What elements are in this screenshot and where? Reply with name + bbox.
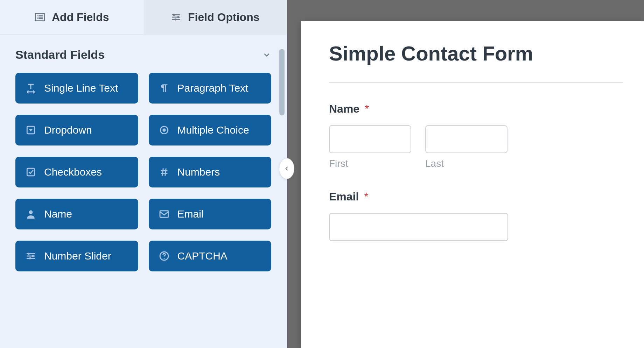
svg-rect-22 — [28, 253, 29, 255]
form-preview-card: Simple Contact Form Name * First Last Em… — [301, 21, 644, 348]
person-icon — [25, 208, 36, 220]
field-grid: Single Line Text Paragraph Text Dropdown… — [0, 73, 287, 287]
hash-icon — [159, 166, 170, 178]
name-label-text: Name — [329, 102, 359, 115]
sliders-icon — [25, 250, 36, 262]
tab-field-options-label: Field Options — [188, 11, 259, 24]
field-multiple-choice[interactable]: Multiple Choice — [149, 115, 272, 145]
field-number-slider[interactable]: Number Slider — [15, 241, 138, 271]
field-label: Name — [44, 208, 72, 220]
field-label: CAPTCHA — [177, 250, 227, 262]
svg-rect-23 — [32, 255, 34, 257]
name-field-label: Name * — [329, 102, 623, 115]
svg-rect-11 — [177, 16, 179, 18]
svg-point-26 — [163, 258, 164, 259]
field-label: Number Slider — [44, 250, 111, 262]
required-mark: * — [365, 102, 369, 115]
radio-icon — [159, 125, 170, 136]
svg-rect-10 — [173, 14, 175, 16]
email-input[interactable] — [329, 213, 508, 241]
field-email[interactable]: Email — [149, 199, 272, 229]
field-label: Paragraph Text — [177, 82, 248, 94]
first-name-input[interactable] — [329, 125, 411, 153]
svg-point-17 — [29, 210, 33, 214]
field-label: Checkboxes — [44, 166, 102, 178]
text-width-icon — [25, 83, 36, 94]
last-name-sublabel: Last — [425, 158, 507, 169]
sidebar-scrollbar[interactable] — [279, 49, 285, 115]
field-label: Dropdown — [44, 124, 92, 136]
field-paragraph-text[interactable]: Paragraph Text — [149, 73, 272, 104]
question-circle-icon — [159, 250, 170, 262]
sidebar-tabs: Add Fields Field Options — [0, 0, 287, 35]
field-checkboxes[interactable]: Checkboxes — [15, 157, 138, 187]
svg-rect-24 — [29, 257, 31, 259]
field-dropdown[interactable]: Dropdown — [15, 115, 138, 145]
first-name-sublabel: First — [329, 158, 411, 169]
checkbox-icon — [25, 166, 36, 178]
chevron-left-icon — [283, 165, 290, 172]
field-label: Multiple Choice — [177, 124, 249, 136]
field-label: Single Line Text — [44, 82, 118, 94]
tab-field-options[interactable]: Field Options — [144, 0, 287, 34]
form-list-icon — [34, 12, 46, 23]
standard-fields-header[interactable]: Standard Fields — [0, 35, 287, 73]
collapse-sidebar-button[interactable] — [279, 158, 294, 179]
email-field-label: Email * — [329, 190, 623, 203]
form-title: Simple Contact Form — [329, 42, 623, 65]
email-label-text: Email — [329, 190, 359, 203]
standard-fields-title: Standard Fields — [15, 48, 105, 62]
envelope-icon — [159, 208, 170, 220]
form-preview-area: Simple Contact Form Name * First Last Em… — [287, 0, 644, 348]
field-label: Numbers — [177, 166, 220, 178]
form-divider — [329, 82, 623, 83]
svg-point-15 — [162, 128, 166, 132]
paragraph-icon — [159, 83, 170, 94]
tab-add-fields-label: Add Fields — [52, 11, 109, 24]
svg-rect-12 — [175, 19, 176, 20]
name-inputs-row: First Last — [329, 125, 623, 169]
field-single-line-text[interactable]: Single Line Text — [15, 73, 138, 104]
required-mark: * — [364, 190, 368, 203]
field-numbers[interactable]: Numbers — [149, 157, 272, 187]
tab-add-fields[interactable]: Add Fields — [0, 0, 144, 34]
sliders-icon — [170, 12, 182, 23]
form-builder-sidebar: Add Fields Field Options Standard Fields — [0, 0, 287, 348]
dropdown-icon — [25, 125, 36, 136]
field-captcha[interactable]: CAPTCHA — [149, 241, 272, 271]
field-label: Email — [177, 208, 204, 220]
svg-rect-16 — [27, 168, 34, 176]
chevron-down-icon — [262, 50, 271, 59]
field-name[interactable]: Name — [15, 199, 138, 229]
last-name-input[interactable] — [425, 125, 507, 153]
svg-rect-18 — [160, 211, 168, 218]
